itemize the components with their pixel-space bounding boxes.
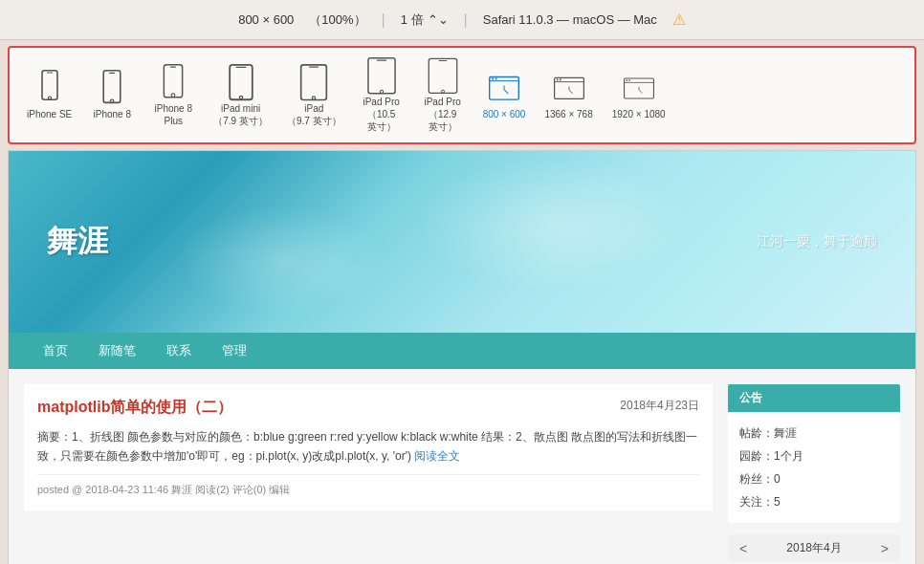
svg-point-24: [495, 78, 497, 80]
label-blog: 帖龄：: [739, 426, 774, 440]
iphone8plus-icon: [158, 64, 188, 102]
post-title[interactable]: matplotlib简单的使用（二）: [37, 398, 232, 418]
browser-info: Safari 11.0.3 — macOS — Mac: [483, 12, 657, 27]
device-label: iPhone 8: [94, 108, 131, 120]
nav-admin[interactable]: 管理: [207, 333, 262, 369]
iphone8-icon: [97, 70, 127, 108]
content-layout: matplotlib简单的使用（二） 2018年4月23日 摘要：1、折线图 颜…: [9, 369, 915, 564]
svg-point-29: [556, 79, 558, 81]
value-following: 5: [774, 495, 781, 509]
post-meta: posted @ 2018-04-23 11:46 舞涯 阅读(2) 评论(0)…: [37, 474, 699, 497]
svg-rect-9: [230, 64, 253, 98]
svg-rect-18: [429, 58, 456, 93]
announcement-widget: 公告 帖龄：舞涯 园龄：1个月 粉丝：0 关注：5: [728, 384, 900, 523]
articles-section: matplotlib简单的使用（二） 2018年4月23日 摘要：1、折线图 颜…: [24, 384, 713, 564]
browser800-icon: [489, 70, 519, 108]
svg-point-30: [559, 79, 561, 81]
announcement-item: 园龄：1个月: [739, 445, 889, 467]
svg-rect-13: [309, 66, 319, 67]
ipadpro12-icon: [428, 57, 458, 96]
device-label: 1920 × 1080: [612, 108, 666, 120]
widget-announcement-title: 公告: [728, 384, 900, 412]
svg-line-26: [504, 90, 508, 94]
device-label: iPad （9.7 英寸）: [287, 102, 341, 127]
separator-2: |: [464, 11, 468, 29]
svg-point-8: [171, 93, 175, 97]
svg-point-17: [380, 90, 383, 93]
svg-rect-10: [235, 66, 246, 67]
device-ipad[interactable]: iPad （9.7 英寸）: [279, 60, 349, 131]
nav-contact[interactable]: 联系: [151, 333, 207, 369]
value-blog: 舞涯: [774, 426, 797, 440]
svg-rect-7: [170, 66, 176, 67]
device-toolbar: iPhone SE iPhone 8 iPhone 8 Plus iPad mi…: [8, 46, 916, 144]
device-ipad-pro-10[interactable]: iPad Pro （10.5 英寸）: [353, 54, 410, 137]
browser1366-icon: [554, 70, 584, 108]
device-iphone-8[interactable]: iPhone 8: [83, 66, 141, 124]
announcement-item: 关注：5: [739, 490, 889, 513]
site-content: 舞涯 江河一粟，舞于逾颠 首页 新随笔 联系 管理 matplotlib简单的使…: [9, 151, 915, 564]
calendar-widget: < 2018年4月 >: [728, 534, 900, 562]
value-fans: 0: [774, 472, 781, 486]
top-bar: 800 × 600 （100%） | 1 倍 ⌃⌄ | Safari 11.0.…: [0, 0, 924, 40]
site-title: 舞涯: [47, 221, 108, 263]
zoom-chevron-icon[interactable]: ⌃⌄: [428, 12, 449, 27]
label-following: 关注：: [739, 495, 774, 509]
svg-rect-6: [165, 64, 183, 97]
device-iphone-se[interactable]: iPhone SE: [19, 66, 79, 124]
announcement-item: 帖龄：舞涯: [739, 422, 889, 445]
zoom-control[interactable]: 1 倍 ⌃⌄: [401, 11, 449, 29]
svg-point-2: [48, 97, 51, 99]
ipad-icon: [298, 64, 329, 102]
svg-rect-12: [301, 64, 327, 99]
zoom-value: 1 倍: [401, 11, 424, 29]
svg-point-5: [111, 99, 115, 103]
browser1920-icon: [624, 70, 654, 108]
site-subtitle: 江河一粟，舞于逾颠: [757, 233, 877, 250]
svg-point-14: [313, 96, 316, 98]
dimensions-label: 800 × 600: [238, 12, 294, 27]
device-ipad-pro-12[interactable]: iPad Pro （12.9 英寸）: [414, 54, 472, 137]
svg-point-35: [626, 79, 627, 81]
svg-line-32: [569, 90, 573, 94]
svg-rect-19: [438, 60, 447, 61]
nav-new-post[interactable]: 新随笔: [83, 333, 151, 369]
hero-banner: 舞涯 江河一粟，舞于逾颠: [9, 151, 915, 333]
device-iphone-8-plus[interactable]: iPhone 8 Plus: [144, 60, 202, 131]
svg-rect-15: [368, 58, 395, 94]
svg-point-36: [628, 79, 630, 81]
calendar-header: < 2018年4月 >: [728, 534, 900, 562]
device-ipad-mini[interactable]: iPad mini （7.9 英寸）: [206, 60, 275, 131]
ipadmini-icon: [226, 64, 256, 102]
nav-bar: 首页 新随笔 联系 管理: [9, 333, 915, 369]
value-age: 1个月: [774, 449, 803, 463]
svg-rect-4: [109, 73, 115, 74]
announcement-item: 粉丝：0: [739, 467, 889, 490]
svg-rect-3: [103, 71, 121, 103]
nav-home[interactable]: 首页: [28, 333, 83, 369]
excerpt-text: 摘要：1、折线图 颜色参数与对应的颜色：b:blue g:green r:red…: [37, 430, 697, 463]
svg-point-11: [239, 96, 242, 98]
device-800x600[interactable]: 800 × 600: [475, 66, 534, 124]
svg-rect-1: [46, 72, 52, 73]
device-label: iPad Pro （12.9 英寸）: [424, 96, 460, 133]
iphone-se-icon: [34, 70, 65, 108]
calendar-next[interactable]: >: [881, 541, 889, 556]
device-label: iPad mini （7.9 英寸）: [213, 102, 268, 127]
read-more-link[interactable]: 阅读全文: [414, 449, 460, 463]
calendar-prev[interactable]: <: [739, 541, 747, 556]
label-age: 园龄：: [739, 449, 774, 463]
device-label: 1366 × 768: [544, 108, 592, 120]
ipadpro10-icon: [366, 57, 397, 96]
svg-point-23: [492, 78, 494, 80]
separator-1: |: [382, 11, 385, 29]
svg-rect-0: [42, 71, 57, 99]
device-1920x1080[interactable]: 1920 × 1080: [605, 66, 673, 124]
post-date: 2018年4月23日: [620, 398, 699, 414]
device-label: iPad Pro （10.5 英寸）: [363, 96, 399, 133]
device-1366x768[interactable]: 1366 × 768: [537, 66, 600, 124]
svg-rect-16: [376, 60, 385, 61]
device-label: iPhone SE: [27, 108, 72, 120]
widget-announcement-content: 帖龄：舞涯 园龄：1个月 粉丝：0 关注：5: [728, 412, 900, 523]
sidebar: 公告 帖龄：舞涯 园龄：1个月 粉丝：0 关注：5: [728, 384, 900, 564]
